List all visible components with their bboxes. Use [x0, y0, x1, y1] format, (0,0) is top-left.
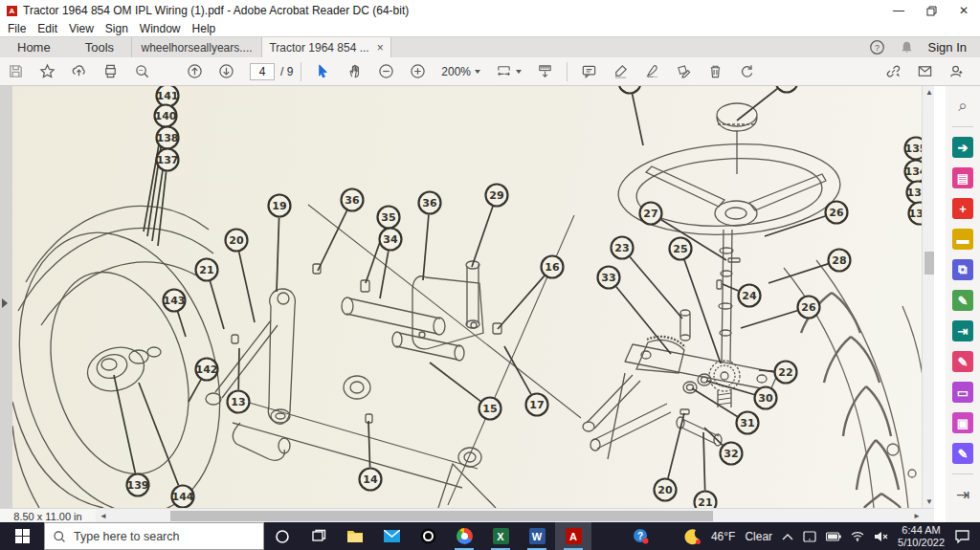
horizontal-scroll-thumb[interactable] [170, 511, 713, 521]
acrobat-button[interactable]: A [555, 522, 591, 550]
comment-icon[interactable]: ▬ [952, 229, 973, 250]
svg-text:14: 14 [363, 473, 378, 486]
sign-in-button[interactable]: Sign In [928, 40, 967, 55]
tab-close-icon[interactable]: × [377, 41, 384, 55]
svg-text:?: ? [636, 531, 642, 541]
excel-button[interactable]: X [482, 522, 519, 550]
doc-tab-tractor[interactable]: Tractor 1964 854 ... × [261, 37, 391, 58]
organize-pages-icon[interactable]: ▤ [952, 167, 973, 188]
sign-tool-button[interactable] [636, 59, 668, 84]
find-button[interactable] [126, 59, 158, 84]
taskbar-search-input[interactable]: Type here to search [44, 522, 264, 550]
scroll-right-icon[interactable]: ► [913, 512, 921, 520]
zoom-in-button[interactable] [402, 59, 434, 84]
sidebar-divider [952, 473, 973, 474]
export-pdf-icon[interactable]: ➔ [952, 137, 973, 158]
sidebar-divider [952, 126, 973, 127]
file-explorer-button[interactable] [337, 522, 373, 550]
svg-text:20: 20 [229, 234, 244, 247]
comment-tool-button[interactable] [573, 59, 605, 84]
expand-pane-icon[interactable]: ⇥ [952, 484, 973, 505]
share-people-button[interactable] [941, 59, 972, 84]
weather-moon-icon[interactable] [684, 528, 702, 545]
tab-home[interactable]: Home [0, 37, 68, 58]
vertical-scroll-thumb[interactable] [924, 252, 934, 275]
svg-text:32: 32 [724, 448, 738, 460]
protect-icon[interactable]: ▣ [952, 412, 973, 433]
ring-app-button[interactable] [410, 522, 446, 550]
create-pdf-icon[interactable]: + [952, 198, 973, 219]
start-button[interactable] [0, 522, 44, 550]
notification-bell-icon[interactable] [899, 39, 915, 55]
clock[interactable]: 6:44 AM 5/10/2022 [898, 524, 945, 549]
battery-icon[interactable] [826, 532, 841, 541]
minimize-button[interactable]: — [882, 0, 915, 21]
menu-view[interactable]: View [69, 22, 94, 35]
save-button[interactable] [0, 59, 32, 84]
menu-help[interactable]: Help [192, 22, 216, 35]
menu-window[interactable]: Window [140, 22, 181, 35]
word-button[interactable]: W [519, 522, 555, 550]
edit-pdf-icon[interactable]: ✎ [952, 290, 973, 311]
weather-condition[interactable]: Clear [745, 530, 772, 543]
fit-width-dropdown[interactable] [488, 59, 529, 84]
more-tools-icon[interactable]: ✎ [952, 443, 973, 464]
select-tool-button[interactable] [307, 59, 339, 84]
menu-file[interactable]: File [8, 22, 26, 35]
chrome-button[interactable] [446, 522, 482, 550]
compress-pdf-icon[interactable]: ⇥ [952, 320, 973, 341]
wifi-icon[interactable] [851, 531, 864, 541]
stamp-tool-button[interactable] [668, 59, 700, 84]
rotate-pages-button[interactable] [731, 59, 763, 84]
svg-text:16: 16 [545, 261, 560, 274]
hand-tool-button[interactable] [339, 59, 370, 84]
tab-tools[interactable]: Tools [68, 37, 131, 58]
tablet-icon[interactable] [803, 531, 816, 542]
scroll-left-icon[interactable]: ◄ [100, 512, 107, 520]
search-tools-icon[interactable]: ⌕ [952, 96, 973, 117]
volume-muted-icon[interactable] [874, 531, 888, 542]
cortana-button[interactable] [264, 522, 301, 550]
menu-bar: File Edit View Sign Window Help [0, 21, 980, 36]
scroll-down-icon[interactable]: ▼ [925, 497, 933, 506]
redact-icon[interactable]: ▭ [952, 382, 973, 403]
combine-files-icon[interactable]: ⧉ [952, 259, 973, 280]
expand-pane-arrow-icon[interactable] [2, 298, 8, 308]
doc-tab-wheelhorse[interactable]: wheelhorseallyears.... [131, 37, 261, 58]
star-button[interactable] [32, 59, 63, 84]
close-button[interactable]: ✕ [947, 0, 980, 21]
parts-diagram: 1411401381371920211431421313914436353436… [12, 86, 922, 508]
help-icon[interactable]: ? [869, 39, 885, 55]
weather-temp[interactable]: 46°F [711, 530, 735, 543]
diagram-callouts: 1411401381371920211431421313914436353436… [114, 86, 922, 508]
scroll-up-icon[interactable]: ▲ [925, 88, 933, 97]
tab-bar: Home Tools wheelhorseallyears.... Tracto… [0, 36, 980, 57]
callout-132: 132 [909, 203, 923, 225]
page-size-label: 8.50 x 11.00 in [0, 509, 96, 523]
tray-chevron-up-icon[interactable] [782, 533, 793, 540]
print-button[interactable] [95, 59, 126, 84]
page-number-input[interactable]: 4 [250, 63, 275, 80]
next-page-button[interactable] [211, 59, 242, 84]
horizontal-scrollbar[interactable]: 8.50 x 11.00 in ◄ ► [0, 508, 934, 522]
share-cloud-button[interactable] [63, 59, 95, 84]
action-center-icon[interactable] [954, 529, 970, 543]
mail-button[interactable] [373, 522, 410, 550]
doc-tab-label: Tractor 1964 854 ... [269, 41, 368, 55]
menu-edit[interactable]: Edit [37, 22, 57, 35]
fill-sign-icon[interactable]: ✎ [952, 351, 973, 372]
menu-sign[interactable]: Sign [105, 22, 128, 35]
share-link-button[interactable] [878, 59, 909, 84]
previous-page-button[interactable] [179, 59, 211, 84]
task-view-button[interactable] [301, 522, 337, 550]
window-title: Tractor 1964 854 OM IPL Wiring (1).pdf -… [23, 4, 409, 17]
zoom-out-button[interactable] [370, 59, 402, 84]
vertical-scrollbar[interactable]: ▲ ▼ [922, 86, 934, 508]
highlight-tool-button[interactable] [605, 59, 636, 84]
delete-pages-button[interactable] [700, 59, 731, 84]
restore-button[interactable] [915, 0, 947, 21]
email-button[interactable] [909, 59, 941, 84]
zoom-level-dropdown[interactable]: 200% [434, 59, 488, 84]
help-tray-button[interactable]: ? [622, 522, 658, 550]
fit-page-button[interactable] [529, 59, 561, 84]
